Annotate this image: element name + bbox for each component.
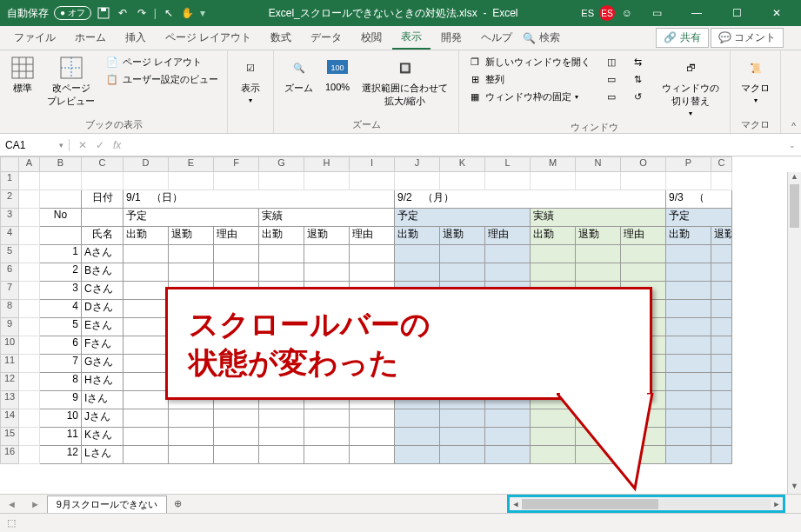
cell[interactable] [711,245,732,263]
cell[interactable]: 実績 [259,209,395,227]
row-header[interactable]: 14 [0,409,19,428]
tab-home[interactable]: ホーム [66,27,115,49]
cell[interactable] [440,428,485,446]
ribbon-mode-icon[interactable]: ▭ [639,0,674,26]
cell[interactable] [440,409,485,428]
cell[interactable]: Dさん [82,300,123,318]
autosave-toggle[interactable]: ● オフ [54,6,91,20]
cell[interactable] [711,355,732,373]
expand-formula-icon[interactable]: ⌄ [784,141,801,150]
cell[interactable] [485,446,531,464]
hide-button[interactable]: ▭ [603,71,620,87]
cell[interactable]: 出勤 [395,227,440,245]
view-normal-button[interactable]: 標準 [7,54,38,96]
ribbon-chevron-icon[interactable] [785,37,796,40]
cell[interactable] [350,446,395,464]
tab-view[interactable]: 表示 [392,26,431,50]
cell[interactable] [214,409,259,428]
cell[interactable] [169,245,214,263]
tab-developer[interactable]: 開発 [432,27,471,49]
col-header[interactable]: H [304,156,350,172]
cell[interactable] [214,172,259,190]
cell[interactable] [666,336,711,355]
cell[interactable] [666,300,711,318]
row-header[interactable]: 3 [0,209,19,227]
cell[interactable] [395,172,440,190]
cell[interactable] [711,373,732,391]
cell[interactable] [621,245,666,263]
arrange-button[interactable]: ⊞整列 [466,71,592,87]
row-header[interactable]: 11 [0,355,19,373]
cell[interactable] [711,300,732,318]
cell[interactable] [666,373,711,391]
cell[interactable] [304,446,350,464]
cell[interactable]: 8 [40,373,82,391]
cell[interactable]: 2 [40,263,82,282]
face-icon[interactable]: ☺ [620,6,634,20]
cell[interactable] [214,245,259,263]
cell[interactable] [350,263,395,282]
col-header[interactable]: D [123,156,169,172]
cell[interactable] [259,263,304,282]
cell[interactable]: Bさん [82,263,123,282]
cell[interactable] [19,282,40,300]
cell[interactable] [40,227,82,245]
cell[interactable]: 理由 [350,227,395,245]
cell[interactable] [711,428,732,446]
sheet-nav-next-icon[interactable]: ► [23,499,47,509]
cell[interactable]: 9/2 （月） [395,190,666,209]
cell[interactable]: Jさん [82,409,123,428]
scroll-up-icon[interactable]: ▲ [788,172,801,184]
cell[interactable] [440,446,485,464]
cell[interactable] [82,172,123,190]
cell[interactable] [350,409,395,428]
cell[interactable] [440,172,485,190]
cell[interactable] [19,373,40,391]
cell[interactable] [350,172,395,190]
row-header[interactable]: 8 [0,300,19,318]
cell[interactable] [395,245,440,263]
cell[interactable] [19,245,40,263]
cell[interactable] [304,263,350,282]
cell[interactable] [711,282,732,300]
cell[interactable]: 出勤 [666,227,711,245]
col-header[interactable]: I [350,156,395,172]
col-header[interactable]: F [214,156,259,172]
cell[interactable]: 予定 [395,209,531,227]
cell[interactable]: 退勤 [169,227,214,245]
cell[interactable]: Kさん [82,428,123,446]
cell[interactable] [123,336,169,355]
cell[interactable]: Fさん [82,336,123,355]
cell[interactable]: Eさん [82,318,123,336]
cell[interactable]: 実績 [531,209,666,227]
cell[interactable]: 氏名 [82,227,123,245]
cancel-icon[interactable]: ✕ [78,139,87,151]
cell[interactable] [169,172,214,190]
tab-help[interactable]: ヘルプ [472,27,521,49]
col-header[interactable]: G [259,156,304,172]
cell[interactable] [19,209,40,227]
cell[interactable]: 3 [40,282,82,300]
vertical-scrollbar[interactable]: ▲ ▼ [787,172,801,494]
horizontal-scrollbar[interactable]: ◄ ► [507,495,785,513]
cell[interactable] [711,336,732,355]
col-header[interactable]: L [485,156,531,172]
row-header[interactable]: 5 [0,245,19,263]
col-header[interactable]: A [19,156,40,172]
cell[interactable] [19,190,40,209]
cell[interactable]: 9 [40,391,82,409]
cell[interactable]: Iさん [82,391,123,409]
record-macro-icon[interactable]: ⬚ [7,517,16,529]
cell[interactable] [123,245,169,263]
cell[interactable] [666,263,711,282]
select-all-corner[interactable] [0,156,19,172]
tab-review[interactable]: 校閲 [352,27,390,49]
cell[interactable] [485,409,531,428]
cell[interactable]: Hさん [82,373,123,391]
cell[interactable] [531,263,576,282]
tab-pagelayout[interactable]: ページ レイアウト [157,27,260,49]
cell[interactable] [19,172,40,190]
cell[interactable] [169,409,214,428]
col-header[interactable]: C [82,156,123,172]
comment-button[interactable]: 💬 コメント [711,28,784,48]
